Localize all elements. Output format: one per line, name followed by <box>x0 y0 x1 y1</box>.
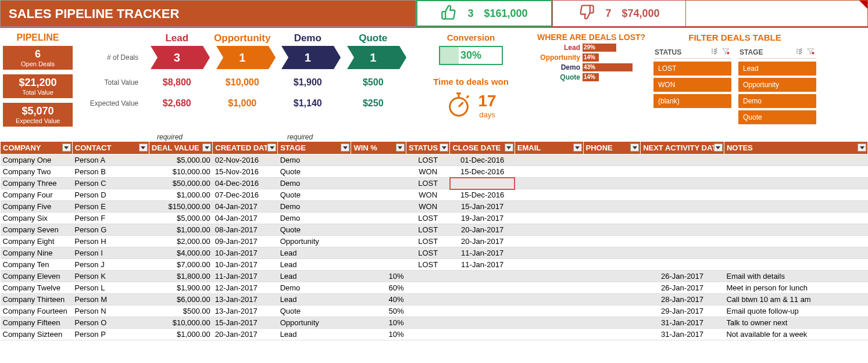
cell-created[interactable]: 07-Dec-2016 <box>213 189 278 201</box>
stage-slicer[interactable]: STAGE LeadOpportunityDemoQuote <box>738 46 816 127</box>
table-row[interactable]: Company Nine Person I $4,000.00 10-Jan-2… <box>1 247 868 259</box>
cell-win[interactable]: 10% <box>351 271 406 282</box>
cell-next-activity[interactable] <box>641 213 724 224</box>
cell-close[interactable]: 11-Jan-2017 <box>450 259 515 271</box>
cell-status[interactable] <box>406 306 449 317</box>
cell-company[interactable]: Company Thirteen <box>1 294 73 306</box>
cell-created[interactable]: 04-Jan-2017 <box>213 201 278 213</box>
cell-stage[interactable]: Opportunity <box>278 317 351 329</box>
cell-stage[interactable]: Quote <box>278 166 351 178</box>
cell-win[interactable] <box>351 213 406 224</box>
cell-close[interactable] <box>450 271 515 282</box>
cell-next-activity[interactable]: 26-Jan-2017 <box>641 282 724 294</box>
cell-phone[interactable] <box>583 247 641 259</box>
cell-status[interactable]: LOST <box>406 154 449 166</box>
table-row[interactable]: Company Seven Person G $1,000.00 08-Jan-… <box>1 224 868 236</box>
cell-company[interactable]: Company Fifteen <box>1 317 73 329</box>
table-row[interactable]: Company Two Person B $10,000.00 15-Nov-2… <box>1 166 868 178</box>
cell-next-activity[interactable] <box>641 201 724 213</box>
cell-company[interactable]: Company Four <box>1 189 73 201</box>
table-row[interactable]: Company Eleven Person K $1,800.00 11-Jan… <box>1 271 868 282</box>
col-email[interactable]: EMAIL <box>515 142 583 154</box>
filter-dropdown-icon[interactable] <box>505 143 513 152</box>
cell-close[interactable] <box>450 282 515 294</box>
cell-contact[interactable]: Person K <box>72 271 149 282</box>
cell-notes[interactable] <box>724 236 867 247</box>
cell-status[interactable] <box>406 317 449 329</box>
cell-notes[interactable] <box>724 213 867 224</box>
cell-deal-value[interactable]: $10,000.00 <box>149 166 212 178</box>
cell-deal-value[interactable]: $6,000.00 <box>149 294 212 306</box>
cell-status[interactable]: WON <box>406 201 449 213</box>
cell-contact[interactable]: Person I <box>72 247 149 259</box>
cell-phone[interactable] <box>583 154 641 166</box>
cell-status[interactable]: LOST <box>406 224 449 236</box>
table-row[interactable]: Company One Person A $5,000.00 02-Nov-20… <box>1 154 868 166</box>
clear-filter-icon[interactable] <box>807 48 815 56</box>
cell-company[interactable]: Company Five <box>1 201 73 213</box>
filter-dropdown-icon[interactable] <box>202 143 211 152</box>
cell-notes[interactable] <box>724 178 867 189</box>
multiselect-icon[interactable] <box>710 48 719 56</box>
status-option-lost[interactable]: LOST <box>653 62 731 76</box>
filter-dropdown-icon[interactable] <box>341 143 349 152</box>
cell-company[interactable]: Company Twelve <box>1 282 73 294</box>
cell-phone[interactable] <box>583 329 641 340</box>
cell-next-activity[interactable] <box>641 166 724 178</box>
cell-contact[interactable]: Person C <box>72 178 149 189</box>
cell-created[interactable]: 20-Jan-2017 <box>213 329 278 340</box>
cell-next-activity[interactable] <box>641 189 724 201</box>
cell-status[interactable]: WON <box>406 166 449 178</box>
cell-contact[interactable]: Person N <box>72 306 149 317</box>
cell-deal-value[interactable]: $1,800.00 <box>149 271 212 282</box>
cell-email[interactable] <box>515 329 583 340</box>
cell-created[interactable]: 13-Jan-2017 <box>213 294 278 306</box>
clear-filter-icon[interactable] <box>722 48 730 56</box>
stage-option-demo[interactable]: Demo <box>738 94 816 108</box>
cell-close[interactable]: 20-Jan-2017 <box>450 236 515 247</box>
filter-dropdown-icon[interactable] <box>858 143 866 152</box>
cell-created[interactable]: 12-Jan-2017 <box>213 282 278 294</box>
col-stage[interactable]: STAGE <box>278 142 351 154</box>
cell-next-activity[interactable]: 26-Jan-2017 <box>641 271 724 282</box>
cell-win[interactable]: 50% <box>351 306 406 317</box>
cell-stage[interactable]: Lead <box>278 294 351 306</box>
cell-phone[interactable] <box>583 282 641 294</box>
cell-phone[interactable] <box>583 201 641 213</box>
cell-stage[interactable]: Lead <box>278 259 351 271</box>
cell-created[interactable]: 15-Nov-2016 <box>213 166 278 178</box>
cell-win[interactable] <box>351 166 406 178</box>
cell-win[interactable]: 10% <box>351 317 406 329</box>
table-row[interactable]: Company Twelve Person L $1,900.00 12-Jan… <box>1 282 868 294</box>
cell-notes[interactable]: Talk to owner next <box>724 317 867 329</box>
cell-stage[interactable]: Demo <box>278 154 351 166</box>
cell-deal-value[interactable]: $4,000.00 <box>149 247 212 259</box>
cell-phone[interactable] <box>583 224 641 236</box>
col-notes[interactable]: NOTES <box>724 142 867 154</box>
cell-stage[interactable]: Demo <box>278 201 351 213</box>
cell-created[interactable]: 04-Jan-2017 <box>213 213 278 224</box>
cell-status[interactable]: LOST <box>406 178 449 189</box>
cell-notes[interactable] <box>724 201 867 213</box>
cell-status[interactable]: LOST <box>406 247 449 259</box>
cell-stage[interactable]: Demo <box>278 178 351 189</box>
filter-dropdown-icon[interactable] <box>714 143 723 152</box>
cell-stage[interactable]: Lead <box>278 271 351 282</box>
cell-notes[interactable]: Meet in person for lunch <box>724 282 867 294</box>
col-win-%[interactable]: WIN % <box>351 142 406 154</box>
cell-next-activity[interactable] <box>641 224 724 236</box>
cell-email[interactable] <box>515 294 583 306</box>
cell-stage[interactable]: Opportunity <box>278 236 351 247</box>
cell-contact[interactable]: Person G <box>72 224 149 236</box>
cell-next-activity[interactable] <box>641 236 724 247</box>
cell-company[interactable]: Company Seven <box>1 224 73 236</box>
cell-notes[interactable] <box>724 259 867 271</box>
cell-close[interactable]: 15-Dec-2016 <box>450 166 515 178</box>
stage-option-quote[interactable]: Quote <box>738 110 816 124</box>
cell-deal-value[interactable]: $1,900.00 <box>149 282 212 294</box>
cell-contact[interactable]: Person D <box>72 189 149 201</box>
cell-created[interactable]: 11-Jan-2017 <box>213 271 278 282</box>
cell-win[interactable] <box>351 224 406 236</box>
cell-email[interactable] <box>515 224 583 236</box>
cell-contact[interactable]: Person A <box>72 154 149 166</box>
